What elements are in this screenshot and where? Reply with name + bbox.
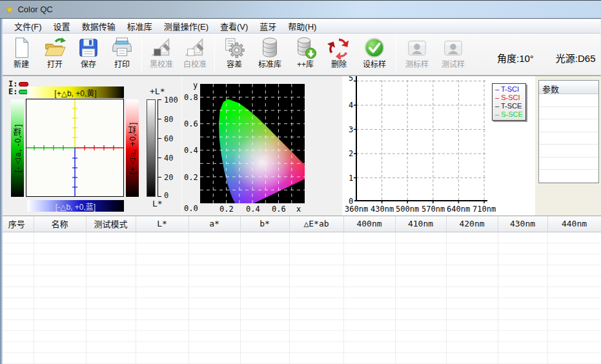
table-cell[interactable]	[86, 232, 136, 243]
table-cell[interactable]	[446, 341, 498, 352]
table-cell[interactable]	[343, 287, 395, 298]
menu-settings[interactable]: 设置	[48, 19, 76, 34]
table-cell[interactable]	[446, 232, 498, 243]
table-cell[interactable]	[188, 308, 240, 319]
table-cell[interactable]	[86, 352, 136, 363]
table-cell[interactable]	[136, 352, 188, 363]
table-row[interactable]	[0, 308, 601, 319]
menu-standard-library[interactable]: 标准库	[121, 19, 158, 34]
table-cell[interactable]	[240, 254, 289, 265]
table-cell[interactable]	[395, 276, 446, 287]
table-cell[interactable]	[0, 298, 34, 308]
table-cell[interactable]	[0, 341, 34, 352]
table-row[interactable]	[0, 232, 601, 243]
table-cell[interactable]	[395, 243, 446, 254]
parameter-row[interactable]	[539, 145, 598, 157]
col-410nm[interactable]: 410nm	[395, 216, 446, 232]
table-cell[interactable]	[136, 330, 188, 341]
parameters-list[interactable]: 参数	[538, 80, 599, 183]
table-cell[interactable]	[188, 319, 240, 330]
table-cell[interactable]	[34, 232, 86, 243]
col-420nm[interactable]: 420nm	[446, 216, 498, 232]
table-cell[interactable]	[498, 330, 547, 341]
table-cell[interactable]	[0, 308, 34, 319]
table-cell[interactable]	[343, 265, 395, 276]
table-cell[interactable]	[395, 341, 446, 352]
table-cell[interactable]	[0, 232, 34, 243]
table-cell[interactable]	[395, 330, 446, 341]
table-cell[interactable]	[289, 298, 343, 308]
table-cell[interactable]	[446, 298, 498, 308]
table-cell[interactable]	[34, 243, 86, 254]
table-cell[interactable]	[547, 341, 601, 352]
table-cell[interactable]	[498, 352, 547, 363]
col-a-star[interactable]: a*	[188, 216, 240, 232]
table-cell[interactable]	[240, 341, 289, 352]
measure-standard-button[interactable]: 测标样	[400, 35, 434, 73]
table-cell[interactable]	[86, 276, 136, 287]
table-cell[interactable]	[136, 265, 188, 276]
table-cell[interactable]	[343, 352, 395, 363]
table-cell[interactable]	[446, 330, 498, 341]
col-test-mode[interactable]: 测试模式	[86, 216, 136, 232]
table-cell[interactable]	[498, 276, 547, 287]
menu-view[interactable]: 查看(V)	[214, 19, 254, 34]
parameters-header[interactable]: 参数	[539, 81, 598, 94]
black-calibration-button[interactable]: 黑校准	[145, 35, 178, 73]
table-cell[interactable]	[498, 319, 547, 330]
delete-button[interactable]: 删除	[323, 35, 355, 73]
table-cell[interactable]	[547, 352, 601, 363]
open-button[interactable]: 打开	[39, 35, 71, 73]
table-cell[interactable]	[188, 330, 240, 341]
table-cell[interactable]	[188, 341, 240, 352]
menu-file[interactable]: 文件(F)	[8, 19, 48, 34]
table-cell[interactable]	[86, 298, 136, 308]
table-row[interactable]	[0, 243, 601, 254]
table-cell[interactable]	[498, 298, 547, 308]
table-cell[interactable]	[34, 298, 86, 308]
table-cell[interactable]	[289, 308, 343, 319]
table-cell[interactable]	[136, 232, 188, 243]
table-cell[interactable]	[0, 287, 34, 298]
table-cell[interactable]	[395, 265, 446, 276]
table-cell[interactable]	[240, 243, 289, 254]
menu-bluetooth[interactable]: 蓝牙	[254, 19, 282, 34]
parameter-row[interactable]	[539, 170, 598, 183]
table-cell[interactable]	[343, 254, 395, 265]
table-cell[interactable]	[395, 287, 446, 298]
table-cell[interactable]	[446, 243, 498, 254]
table-cell[interactable]	[343, 232, 395, 243]
table-cell[interactable]	[34, 287, 86, 298]
results-table-body[interactable]	[0, 232, 601, 363]
tolerance-button[interactable]: 容差	[218, 35, 250, 73]
table-row[interactable]	[0, 254, 601, 265]
table-cell[interactable]	[395, 254, 446, 265]
table-cell[interactable]	[240, 265, 289, 276]
table-cell[interactable]	[240, 276, 289, 287]
table-cell[interactable]	[34, 265, 86, 276]
table-cell[interactable]	[547, 330, 601, 341]
table-cell[interactable]	[498, 265, 547, 276]
parameter-row[interactable]	[539, 132, 598, 145]
table-cell[interactable]	[446, 319, 498, 330]
table-cell[interactable]	[136, 287, 188, 298]
parameter-row[interactable]	[539, 119, 598, 132]
col-440nm[interactable]: 440nm	[547, 216, 601, 232]
table-cell[interactable]	[547, 298, 601, 308]
table-cell[interactable]	[34, 319, 86, 330]
table-cell[interactable]	[289, 232, 343, 243]
parameter-row[interactable]	[539, 157, 598, 170]
table-cell[interactable]	[86, 265, 136, 276]
table-cell[interactable]	[240, 319, 289, 330]
add-to-library-button[interactable]: ++库	[289, 35, 321, 73]
table-cell[interactable]	[136, 254, 188, 265]
table-cell[interactable]	[289, 352, 343, 363]
table-cell[interactable]	[240, 352, 289, 363]
table-cell[interactable]	[395, 352, 446, 363]
parameter-row[interactable]	[539, 107, 598, 120]
table-cell[interactable]	[498, 254, 547, 265]
table-cell[interactable]	[343, 276, 395, 287]
table-cell[interactable]	[547, 232, 601, 243]
table-cell[interactable]	[0, 254, 34, 265]
table-cell[interactable]	[0, 243, 34, 254]
